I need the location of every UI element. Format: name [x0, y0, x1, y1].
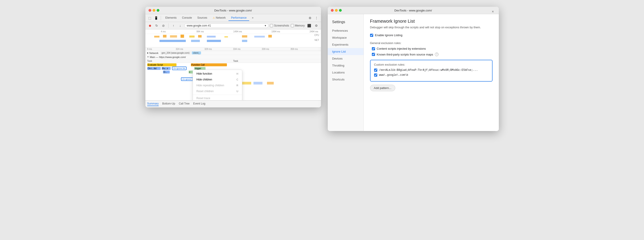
context-reset-children: Reset children U: [193, 88, 242, 94]
third-party-checkbox[interactable]: [372, 53, 375, 56]
o-bar[interactable]: O...: [163, 71, 170, 74]
reload-icon[interactable]: ↻: [154, 23, 159, 28]
nav-ignore-list[interactable]: Ignore List: [328, 48, 364, 55]
window-close-button[interactable]: ×: [490, 9, 496, 14]
trigger-bar[interactable]: trigger: [194, 67, 206, 70]
nav-shortcuts[interactable]: Shortcuts: [328, 76, 364, 83]
tab-network[interactable]: ⚠ Network: [210, 15, 228, 21]
device-icon[interactable]: 📱: [154, 15, 159, 21]
help-icon[interactable]: ?: [435, 53, 438, 56]
svg-rect-13: [207, 40, 221, 42]
custom-rule-1-text: /ee=ALeJib:B8gLwd;AfeaP:TkrAjf;Afksuc:wM…: [379, 69, 478, 72]
nav-workspace[interactable]: Workspace: [328, 34, 364, 41]
triangle-down-icon: ▼: [147, 56, 149, 58]
on-i-list-bar[interactable]: On i...list: [147, 67, 161, 70]
record-icon[interactable]: ⏺: [147, 23, 152, 28]
memory-checkbox[interactable]: [291, 24, 294, 27]
left-titlebar: DevTools - www.google.com/: [146, 7, 321, 14]
nav-throttling[interactable]: Throttling: [328, 62, 364, 69]
minimize-traffic-light[interactable]: [152, 9, 155, 12]
capture-settings-icon[interactable]: ⚙: [314, 23, 319, 28]
toolbar-tabs: Elements Console Sources ⚠ Network Perfo…: [163, 15, 306, 21]
secondary-ruler: 9 ms 324 ms 329 ms 334 ms 339 ms 359 ms: [146, 47, 321, 51]
toolbar-separator: [161, 16, 161, 20]
nav-devices[interactable]: Devices: [328, 55, 364, 62]
url-bar: ⏺ ↻ ⊘ ↑ ↓ www.google.com #1 ▾ Screenshot…: [146, 22, 321, 29]
third-party-label: Known third-party scripts from source ma…: [377, 53, 433, 56]
general-rules-label: General exclusion rules:: [370, 41, 492, 45]
custom-rule-2-checkbox[interactable]: [374, 74, 377, 77]
add-pattern-button[interactable]: Add pattern...: [370, 85, 395, 91]
right-maximize-light[interactable]: [339, 9, 342, 12]
main-toolbar: ⬚ 📱 Elements Console Sources ⚠ Network P…: [146, 14, 321, 22]
tab-performance[interactable]: Performance: [228, 15, 250, 21]
function-call-bar[interactable]: Function Call: [191, 63, 227, 66]
upload-icon[interactable]: ↑: [171, 23, 176, 28]
custom-rule-1-checkbox[interactable]: [374, 69, 377, 72]
svg-rect-8: [242, 35, 247, 37]
left-window-title: DevTools - www.google.com/: [214, 9, 252, 12]
tab-elements[interactable]: Elements: [163, 15, 180, 21]
right-titlebar: DevTools - www.google.com/ ×: [328, 7, 499, 14]
client-item-label: client_: [192, 51, 201, 54]
bars-area: Evaluate Script Function Call On i...lis…: [146, 63, 321, 99]
svg-rect-1: [163, 35, 166, 37]
evaluate-script-bar[interactable]: Evaluate Script: [147, 63, 176, 66]
memory-checkbox-wrap[interactable]: Memory: [291, 24, 304, 27]
content-scripts-checkbox[interactable]: [372, 47, 375, 50]
tab-event-log[interactable]: Event Log: [193, 102, 205, 106]
ruler-1494ms: 1494 ms: [205, 30, 243, 33]
r-334ms: 334 ms: [233, 48, 262, 50]
tab-call-tree[interactable]: Call Tree: [179, 102, 190, 106]
nav-locations[interactable]: Locations: [328, 69, 364, 76]
tab-more[interactable]: »: [249, 15, 256, 21]
svg-rect-18: [267, 82, 274, 85]
ruler-994ms: 994 ms: [166, 30, 204, 33]
clear-icon[interactable]: ⊘: [161, 23, 166, 28]
custom-rule-2-row: www\.google\.com\b: [374, 74, 488, 77]
context-hide-function[interactable]: Hide function H: [193, 71, 242, 77]
nav-experiments[interactable]: Experiments: [328, 41, 364, 48]
settings-content: Framework Ignore List Debugger will skip…: [364, 14, 499, 131]
svg-rect-2: [170, 35, 177, 37]
screenshots-checkbox[interactable]: [270, 24, 273, 27]
maximize-traffic-light[interactable]: [157, 9, 159, 12]
left-devtools-window: DevTools - www.google.com/ ⬚ 📱 Elements …: [146, 7, 321, 108]
traffic-lights: [148, 9, 159, 12]
cpu-bars: [146, 34, 321, 38]
screenshots-checkbox-wrap[interactable]: Screenshots: [270, 24, 289, 27]
network-section-row: ▶ Network gen_204 (www.google.com) clien…: [146, 51, 321, 55]
url-text: www.google.com #1: [187, 24, 211, 27]
c-bar[interactable]: c: [189, 71, 193, 74]
custom-rule-2-text: www\.google\.com\b: [379, 74, 408, 77]
tab-bottom-up[interactable]: Bottom-Up: [162, 102, 175, 106]
right-close-light[interactable]: [331, 9, 334, 12]
r-329ms: 329 ms: [204, 48, 233, 50]
main-section-row: ▼ Main — https://www.google.com/: [146, 55, 321, 59]
svg-rect-10: [268, 35, 272, 37]
tab-sources[interactable]: Sources: [195, 15, 210, 21]
tab-summary[interactable]: Summary: [147, 102, 159, 106]
on-ignore-list-badge-1: On ignore list: [172, 67, 186, 70]
right-minimize-light[interactable]: [335, 9, 338, 12]
url-input-wrap: www.google.com #1 ▾: [184, 23, 269, 28]
more-icon[interactable]: ⋮: [314, 15, 319, 21]
close-traffic-light[interactable]: [148, 9, 151, 12]
bottom-tabs: Summary Bottom-Up Call Tree Event Log: [146, 101, 321, 108]
enable-ignore-checkbox[interactable]: [370, 34, 373, 37]
svg-rect-4: [189, 35, 194, 37]
nav-preferences[interactable]: Preferences: [328, 27, 364, 34]
network-throttle-icon[interactable]: ⬛: [306, 23, 312, 28]
ruler-2494ms: 2494 ms: [281, 30, 319, 33]
ru-s-bar[interactable]: Ru...s: [162, 67, 170, 70]
settings-icon[interactable]: ⚙: [308, 15, 313, 21]
url-dropdown-icon[interactable]: ▾: [265, 24, 266, 27]
context-hide-children[interactable]: Hide children C: [193, 77, 242, 83]
r-339ms: 339 ms: [262, 48, 290, 50]
inspector-icon[interactable]: ⬚: [147, 15, 152, 21]
timeline-area: 4 ms 994 ms 1494 ms 1994 ms 2494 ms: [146, 29, 321, 47]
custom-rule-1-row: /ee=ALeJib:B8gLwd;AfeaP:TkrAjf;Afksuc:wM…: [374, 69, 488, 72]
download-icon[interactable]: ↓: [178, 23, 183, 28]
tab-console[interactable]: Console: [180, 15, 195, 21]
svg-rect-6: [207, 36, 216, 37]
